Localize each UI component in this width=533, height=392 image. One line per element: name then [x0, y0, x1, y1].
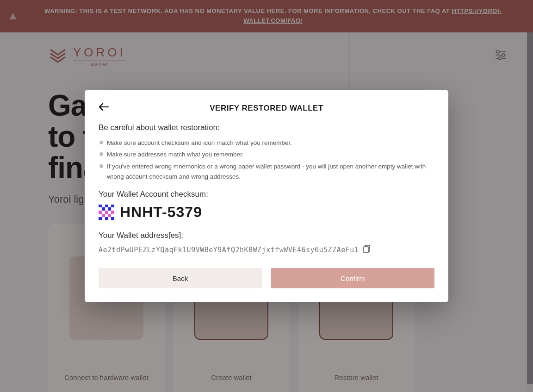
address-label: Your Wallet address[es]:: [99, 231, 434, 240]
verify-wallet-modal: VERIFY RESTORED WALLET Be careful about …: [85, 90, 448, 302]
confirm-button[interactable]: Confirm: [271, 268, 434, 288]
modal-warning-heading: Be careful about wallet restoration:: [99, 123, 434, 132]
list-item: If you've entered wrong mnemonics or a w…: [99, 162, 434, 181]
modal-bullet-list: Make sure account checksum and icon matc…: [99, 138, 434, 181]
back-button[interactable]: Back: [99, 268, 262, 288]
wallet-identicon-icon: [99, 205, 114, 220]
modal-overlay: VERIFY RESTORED WALLET Be careful about …: [0, 0, 533, 392]
checksum-value: HNHT-5379: [120, 204, 202, 221]
checksum-row: HNHT-5379: [99, 204, 434, 221]
list-item: Make sure account checksum and icon matc…: [99, 138, 434, 148]
back-arrow-icon[interactable]: [99, 103, 109, 113]
modal-title: VERIFY RESTORED WALLET: [99, 104, 434, 113]
list-item: Make sure addresses match what you remem…: [99, 149, 434, 160]
svg-rect-7: [364, 247, 368, 253]
address-row: Ae2tdPwUPEZLzYQaqFk1U9VWBeY9AfQ2hKBWZjxt…: [99, 245, 434, 255]
checksum-label: Your Wallet Account checksum:: [99, 190, 434, 199]
modal-buttons: Back Confirm: [99, 268, 434, 288]
copy-icon[interactable]: [363, 245, 371, 255]
wallet-address: Ae2tdPwUPEZLzYQaqFk1U9VWBeY9AfQ2hKBWZjxt…: [99, 246, 359, 254]
